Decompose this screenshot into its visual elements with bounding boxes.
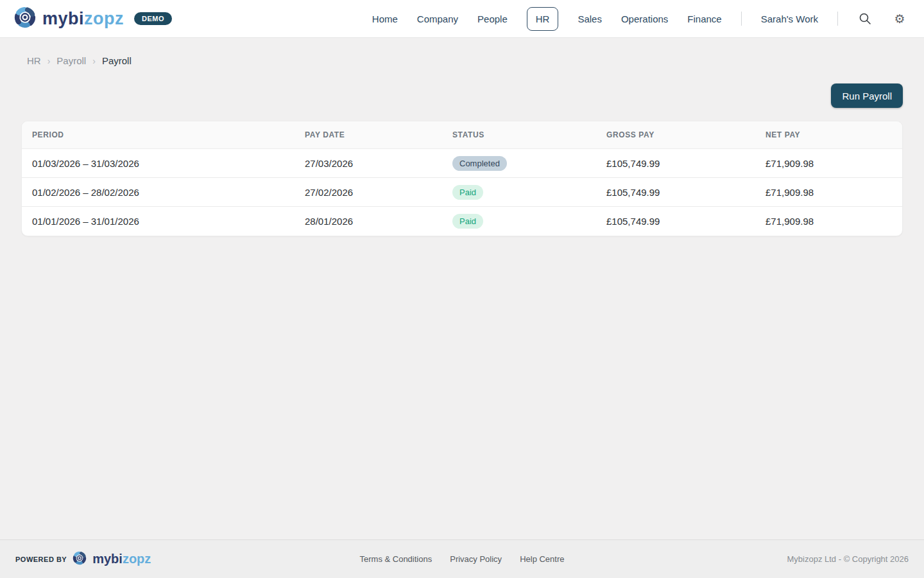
nav-item-user-menu[interactable]: Sarah's Work [761,13,818,24]
brand-logo[interactable]: mybizopz DEMO [13,5,172,32]
nav-item-home[interactable]: Home [372,13,398,24]
pay-date-cell: 27/03/2026 [305,158,452,169]
status-badge: Paid [452,185,483,200]
table-row[interactable]: 01/03/2026 – 31/03/2026 27/03/2026 Compl… [22,149,902,178]
nav-item-operations[interactable]: Operations [621,13,668,24]
nav-item-company[interactable]: Company [417,13,458,24]
run-payroll-button[interactable]: Run Payroll [831,83,903,108]
status-cell: Paid [452,185,606,200]
breadcrumb-item-hr[interactable]: HR [27,55,41,66]
search-icon[interactable] [857,11,873,26]
logo-orb-icon [13,5,37,32]
main-content: HR › Payroll › Payroll Run Payroll PERIO… [0,38,924,539]
column-header-gross-pay: GROSS PAY [606,130,766,139]
nav-item-sales[interactable]: Sales [578,13,602,24]
footer-brand-wordmark: mybizopz [92,552,151,566]
nav-item-people[interactable]: People [477,13,508,24]
logo-orb-icon [72,550,87,568]
breadcrumb-chevron-icon: › [47,56,51,66]
gear-icon[interactable]: ⚙ [892,11,907,26]
column-header-status: STATUS [452,130,606,139]
pay-date-cell: 28/01/2026 [305,216,452,227]
nav-item-finance[interactable]: Finance [687,13,721,24]
column-header-period: PERIOD [32,130,305,139]
payroll-table: PERIOD PAY DATE STATUS GROSS PAY NET PAY… [21,121,903,236]
net-pay-cell: £71,909.98 [766,216,902,227]
breadcrumb-chevron-icon: › [92,56,96,66]
footer-link-terms[interactable]: Terms & Conditions [359,554,432,564]
status-badge: Completed [452,156,507,171]
powered-by-block: POWERED BY mybizopz [15,550,151,568]
nav-item-hr[interactable]: HR [527,7,559,31]
gross-pay-cell: £105,749.99 [606,158,766,169]
demo-badge: DEMO [134,12,172,25]
net-pay-cell: £71,909.98 [766,158,902,169]
status-cell: Completed [452,156,606,171]
gross-pay-cell: £105,749.99 [606,216,766,227]
footer: POWERED BY mybizopz Terms & Conditions P… [0,539,924,578]
table-row[interactable]: 01/02/2026 – 28/02/2026 27/02/2026 Paid … [22,178,902,207]
footer-copyright: Mybizopz Ltd - © Copyright 2026 [787,554,909,564]
footer-link-privacy[interactable]: Privacy Policy [450,554,502,564]
nav-divider [837,12,838,26]
action-bar: Run Payroll [21,83,903,108]
nav-divider [741,12,742,26]
status-badge: Paid [452,214,483,229]
net-pay-cell: £71,909.98 [766,187,902,198]
period-cell: 01/02/2026 – 28/02/2026 [32,187,305,198]
brand-wordmark: mybizopz [42,9,124,29]
column-header-pay-date: PAY DATE [305,130,452,139]
period-cell: 01/03/2026 – 31/03/2026 [32,158,305,169]
gross-pay-cell: £105,749.99 [606,187,766,198]
footer-link-help[interactable]: Help Centre [520,554,564,564]
breadcrumb-current: Payroll [102,55,132,66]
top-header: mybizopz DEMO Home Company People HR Sal… [0,0,924,38]
status-cell: Paid [452,214,606,229]
powered-by-label: POWERED BY [15,556,67,563]
period-cell: 01/01/2026 – 31/01/2026 [32,216,305,227]
table-row[interactable]: 01/01/2026 – 31/01/2026 28/01/2026 Paid … [22,207,902,236]
main-nav: Home Company People HR Sales Operations … [372,7,907,31]
footer-links: Terms & Conditions Privacy Policy Help C… [359,554,564,564]
breadcrumb: HR › Payroll › Payroll [21,38,903,66]
column-header-net-pay: NET PAY [766,130,902,139]
breadcrumb-item-payroll[interactable]: Payroll [56,55,86,66]
table-header-row: PERIOD PAY DATE STATUS GROSS PAY NET PAY [22,121,902,149]
pay-date-cell: 27/02/2026 [305,187,452,198]
